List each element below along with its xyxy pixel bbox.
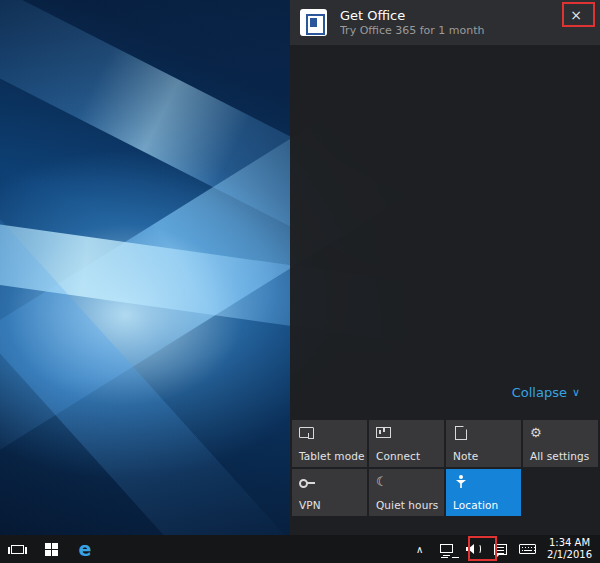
sound-wave-icon [476,544,481,554]
tile-label: All settings [530,450,589,462]
quick-action-empty-slot [523,469,598,516]
quick-action-vpn[interactable]: VPN [292,469,367,516]
quick-actions-grid: Tablet mode Connect Note ⚙ All settings … [292,420,598,516]
tile-label: Location [453,499,498,511]
note-icon [453,426,469,440]
tablet-mode-icon [299,426,315,440]
taskbar-tray: ∧ 1:34 AM 2/1/2016 [406,535,600,563]
tile-label: VPN [299,499,321,511]
taskbar-left: e [0,535,102,563]
location-person-icon [453,475,469,489]
tile-label: Connect [376,450,420,462]
office-app-icon [300,9,327,36]
collapse-link[interactable]: Collapse ∨ [512,385,580,400]
keyboard-icon [519,544,536,554]
close-icon: × [570,7,582,23]
volume-tray-button[interactable] [460,535,487,563]
chevron-up-icon: ∧ [416,544,423,555]
clock-date: 2/1/2016 [547,549,592,561]
windows-logo-icon [45,543,58,556]
taskbar: e ∧ 1:34 AM 2/1/2016 [0,535,600,563]
desktop-screen: Get Office Try Office 365 for 1 month × … [0,0,600,563]
notification-text: Get Office Try Office 365 for 1 month [340,8,485,38]
quiet-hours-moon-icon: ☾ [376,475,392,489]
collapse-label: Collapse [512,385,567,400]
task-view-button[interactable] [0,535,34,563]
chevron-down-icon: ∨ [572,386,580,399]
network-tray-button[interactable] [433,535,460,563]
touch-keyboard-button[interactable] [514,535,541,563]
action-center-panel: Get Office Try Office 365 for 1 month × … [290,0,600,535]
edge-icon: e [79,540,92,559]
notification-close-button[interactable]: × [566,5,586,25]
quick-action-location[interactable]: Location [446,469,521,516]
tile-label: Note [453,450,478,462]
notification-title: Get Office [340,8,485,24]
taskbar-clock[interactable]: 1:34 AM 2/1/2016 [541,537,600,561]
task-view-icon [11,545,24,554]
notification-get-office[interactable]: Get Office Try Office 365 for 1 month × [290,0,600,45]
tile-label: Tablet mode [299,450,364,462]
show-hidden-icons-button[interactable]: ∧ [406,535,433,563]
quick-action-note[interactable]: Note [446,420,521,467]
quick-action-all-settings[interactable]: ⚙ All settings [523,420,598,467]
volume-icon [466,542,482,556]
quick-action-connect[interactable]: Connect [369,420,444,467]
quick-action-quiet-hours[interactable]: ☾ Quiet hours [369,469,444,516]
vpn-key-icon [299,475,315,489]
notification-subtitle: Try Office 365 for 1 month [340,24,485,38]
clock-time: 1:34 AM [547,537,592,549]
network-icon [440,544,453,553]
start-button[interactable] [34,535,68,563]
action-center-icon [494,544,507,555]
edge-browser-button[interactable]: e [68,535,102,563]
quick-action-tablet-mode[interactable]: Tablet mode [292,420,367,467]
action-center-tray-button[interactable] [487,535,514,563]
tile-label: Quiet hours [376,499,438,511]
settings-gear-icon: ⚙ [530,426,546,440]
connect-icon [376,426,392,440]
